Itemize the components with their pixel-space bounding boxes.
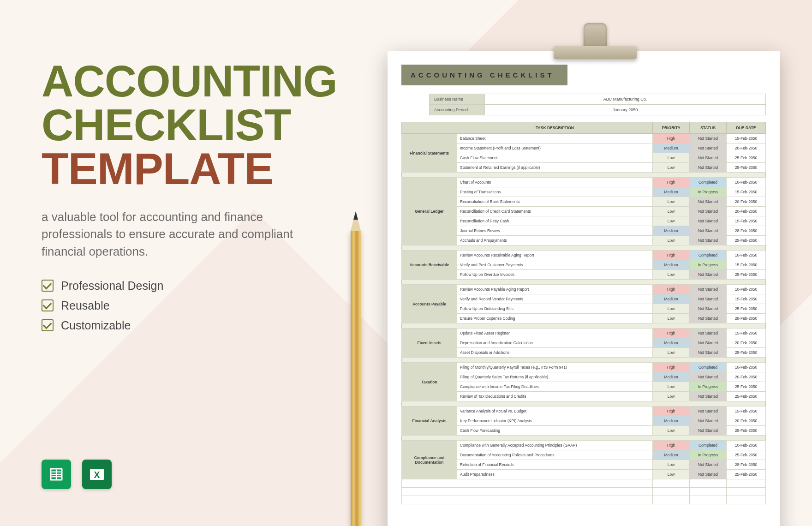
due-cell: 25-Feb-2050	[727, 270, 766, 280]
task-cell: Update Fixed Asset Register	[457, 329, 653, 338]
pencil-decor	[351, 231, 361, 526]
task-cell: Documentation of Accounting Policies and…	[457, 450, 653, 460]
sheet-heading: ACCOUNTING CHECKLIST	[401, 65, 567, 85]
status-cell: Not Started	[690, 134, 727, 143]
priority-cell: Low	[653, 216, 690, 226]
due-cell: 25-Feb-2050	[727, 153, 766, 163]
due-cell: 20-Feb-2050	[727, 338, 766, 348]
due-cell: 28-Feb-2050	[727, 226, 766, 236]
priority-cell: High	[653, 285, 690, 294]
task-cell: Reconciliation of Credit Card Statements	[457, 207, 653, 216]
meta-label: Business Name	[430, 94, 485, 105]
status-cell: Not Started	[690, 392, 727, 401]
task-cell: Audit Preparedness	[457, 470, 653, 479]
spacer-row	[402, 323, 766, 329]
task-cell: Filing of Monthly/Quarterly Payroll Taxe…	[457, 363, 653, 372]
col-category	[402, 122, 457, 134]
status-cell: Not Started	[690, 153, 727, 163]
table-row: Accounts ReceivableReview Accounts Recei…	[402, 251, 766, 260]
status-cell: Not Started	[690, 236, 727, 245]
google-sheets-icon	[42, 460, 71, 489]
priority-cell: Low	[653, 153, 690, 163]
due-cell: 25-Feb-2050	[727, 450, 766, 460]
spacer-row	[402, 401, 766, 406]
col-priority: PRIORITY	[653, 122, 690, 134]
feature-item: Reusable	[42, 299, 337, 312]
task-cell: Filing of Quarterly Sales Tax Returns (i…	[457, 372, 653, 382]
priority-cell: High	[653, 441, 690, 450]
task-cell: Review Accounts Payable Aging Report	[457, 285, 653, 294]
due-cell: 20-Feb-2050	[727, 143, 766, 153]
task-cell: Posting of Transactions	[457, 187, 653, 197]
priority-cell: Medium	[653, 372, 690, 382]
status-cell: Not Started	[690, 314, 727, 323]
status-cell: Not Started	[690, 270, 727, 280]
due-cell: 10-Feb-2050	[727, 441, 766, 450]
task-cell: Verify and Post Customer Payments	[457, 260, 653, 270]
task-cell: Depreciation and Amortization Calculatio…	[457, 338, 653, 348]
category-cell: Compliance and Documentation	[402, 441, 457, 479]
priority-cell: Low	[653, 304, 690, 314]
status-cell: Not Started	[690, 163, 727, 173]
priority-cell: Low	[653, 270, 690, 280]
spacer-row	[402, 245, 766, 251]
priority-cell: High	[653, 406, 690, 416]
status-cell: Not Started	[690, 406, 727, 416]
priority-cell: Medium	[653, 294, 690, 304]
table-row: Fixed AssetsUpdate Fixed Asset RegisterH…	[402, 329, 766, 338]
due-cell: 20-Feb-2050	[727, 197, 766, 207]
due-cell: 15-Feb-2050	[727, 187, 766, 197]
spreadsheet-icon: X	[89, 466, 105, 483]
feature-item: Customizable	[42, 319, 337, 332]
due-cell: 25-Feb-2050	[727, 163, 766, 173]
spacer-row	[402, 280, 766, 285]
status-cell: Not Started	[690, 197, 727, 207]
due-cell: 15-Feb-2050	[727, 406, 766, 416]
blank-row	[402, 479, 766, 488]
category-cell: Taxation	[402, 363, 457, 401]
excel-icon: X	[82, 460, 112, 489]
task-cell: Accruals and Prepayments	[457, 236, 653, 245]
feature-label: Customizable	[61, 319, 131, 332]
spacer-row	[402, 358, 766, 363]
status-cell: Not Started	[690, 416, 727, 426]
task-cell: Variance Analysis of Actual vs. Budget	[457, 406, 653, 416]
due-cell: 10-Feb-2050	[727, 363, 766, 372]
category-cell: Fixed Assets	[402, 329, 457, 358]
task-cell: Journal Entries Review	[457, 226, 653, 236]
priority-cell: High	[653, 363, 690, 372]
status-cell: In Progress	[690, 187, 727, 197]
status-cell: In Progress	[690, 260, 727, 270]
col-status: STATUS	[690, 122, 727, 134]
priority-cell: Medium	[653, 143, 690, 153]
due-cell: 28-Feb-2050	[727, 460, 766, 470]
check-icon	[42, 299, 54, 311]
meta-value: January 2050	[485, 105, 766, 115]
task-cell: Review of Tax Deductions and Credits	[457, 392, 653, 401]
header-row: TASK DESCRIPTION PRIORITY STATUS DUE DAT…	[402, 122, 766, 134]
priority-cell: Low	[653, 348, 690, 358]
task-cell: Balance Sheet	[457, 134, 653, 143]
due-cell: 28-Feb-2050	[727, 426, 766, 436]
status-cell: Not Started	[690, 143, 727, 153]
meta-row: Accounting PeriodJanuary 2050	[430, 105, 766, 115]
feature-label: Reusable	[61, 299, 110, 312]
status-cell: Not Started	[690, 470, 727, 479]
priority-cell: Medium	[653, 450, 690, 460]
task-cell: Income Statement (Profit and Loss Statem…	[457, 143, 653, 153]
priority-cell: Low	[653, 460, 690, 470]
status-cell: In Progress	[690, 382, 727, 392]
status-cell: Not Started	[690, 426, 727, 436]
priority-cell: Medium	[653, 416, 690, 426]
due-cell: 28-Feb-2050	[727, 314, 766, 323]
task-cell: Verify and Record Vendor Payments	[457, 294, 653, 304]
status-cell: Completed	[690, 251, 727, 260]
category-cell: Financial Statements	[402, 134, 457, 173]
col-due: DUE DATE	[727, 122, 766, 134]
task-cell: Compliance with Generally Accepted Accou…	[457, 441, 653, 450]
spreadsheet-icon	[48, 466, 65, 483]
status-cell: Not Started	[690, 372, 727, 382]
due-cell: 25-Feb-2050	[727, 382, 766, 392]
svg-text:X: X	[94, 470, 100, 480]
priority-cell: Low	[653, 426, 690, 436]
